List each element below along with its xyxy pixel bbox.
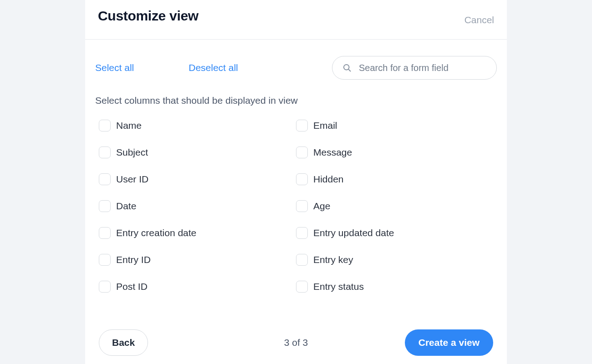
column-label: Entry key — [313, 254, 353, 265]
cancel-button[interactable]: Cancel — [464, 15, 494, 25]
columns-grid: Name Email Subject Message User ID Hidde… — [85, 106, 507, 293]
column-label: Hidden — [313, 174, 344, 185]
search-field-wrapper[interactable] — [332, 56, 497, 80]
column-option-user-id[interactable]: User ID — [99, 173, 296, 185]
checkbox[interactable] — [99, 227, 111, 239]
modal-footer: Back 3 of 3 Create a view — [85, 329, 507, 364]
create-view-button[interactable]: Create a view — [405, 329, 493, 356]
deselect-all-link[interactable]: Deselect all — [189, 62, 238, 73]
column-option-entry-key[interactable]: Entry key — [296, 254, 493, 266]
checkbox[interactable] — [99, 147, 111, 158]
column-label: Name — [116, 120, 142, 131]
page-title: Customize view — [98, 8, 199, 24]
column-label: Entry status — [313, 281, 364, 292]
checkbox[interactable] — [296, 120, 308, 131]
checkbox[interactable] — [296, 281, 308, 293]
column-label: Entry creation date — [116, 228, 196, 238]
column-option-subject[interactable]: Subject — [99, 147, 296, 158]
column-option-entry-status[interactable]: Entry status — [296, 281, 493, 293]
column-label: Post ID — [116, 281, 148, 292]
column-option-email[interactable]: Email — [296, 120, 493, 131]
toolbar: Select all Deselect all — [85, 40, 507, 80]
column-label: Email — [313, 120, 337, 131]
column-label: Subject — [116, 147, 148, 158]
checkbox[interactable] — [99, 200, 111, 212]
column-option-hidden[interactable]: Hidden — [296, 173, 493, 185]
checkbox[interactable] — [296, 200, 308, 212]
column-option-entry-id[interactable]: Entry ID — [99, 254, 296, 266]
column-option-post-id[interactable]: Post ID — [99, 281, 296, 293]
instruction-text: Select columns that should be displayed … — [85, 80, 507, 106]
column-option-age[interactable]: Age — [296, 200, 493, 212]
checkbox[interactable] — [99, 120, 111, 131]
checkbox[interactable] — [296, 254, 308, 266]
column-label: Date — [116, 201, 136, 212]
checkbox[interactable] — [296, 147, 308, 158]
column-option-message[interactable]: Message — [296, 147, 493, 158]
column-label: Age — [313, 201, 330, 212]
step-indicator: 3 of 3 — [284, 337, 308, 348]
search-icon — [342, 63, 352, 72]
back-button[interactable]: Back — [99, 329, 148, 356]
column-label: Entry updated date — [313, 228, 394, 238]
checkbox[interactable] — [296, 173, 308, 185]
search-input[interactable] — [359, 63, 486, 73]
customize-view-modal: Customize view Cancel Select all Deselec… — [85, 0, 507, 364]
modal-header: Customize view Cancel — [85, 0, 507, 40]
column-label: Entry ID — [116, 254, 151, 265]
column-option-entry-creation-date[interactable]: Entry creation date — [99, 227, 296, 239]
select-all-link[interactable]: Select all — [95, 62, 134, 73]
column-option-date[interactable]: Date — [99, 200, 296, 212]
checkbox[interactable] — [99, 173, 111, 185]
checkbox[interactable] — [99, 281, 111, 293]
checkbox[interactable] — [99, 254, 111, 266]
column-option-entry-updated-date[interactable]: Entry updated date — [296, 227, 493, 239]
svg-line-1 — [348, 69, 350, 71]
column-label: Message — [313, 147, 352, 158]
column-option-name[interactable]: Name — [99, 120, 296, 131]
checkbox[interactable] — [296, 227, 308, 239]
column-label: User ID — [116, 174, 148, 185]
